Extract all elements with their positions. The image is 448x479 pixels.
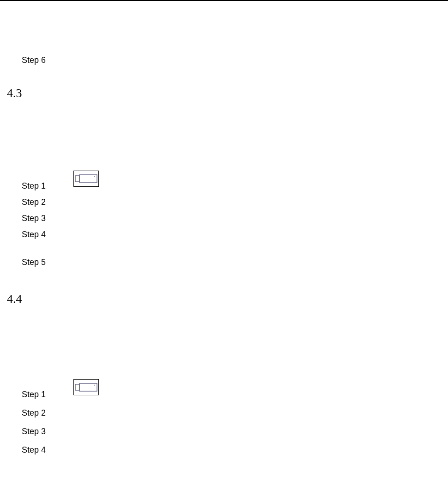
step-label: Step 1 <box>22 181 46 191</box>
step-label: Step 4 <box>22 230 46 240</box>
camera-icon <box>73 379 99 395</box>
step-label: Step 6 <box>22 55 46 65</box>
step-label: Step 3 <box>22 214 46 223</box>
step-label: Step 4 <box>22 445 46 455</box>
svg-rect-3 <box>79 383 97 391</box>
step-label: Step 3 <box>22 427 46 436</box>
step-label: Step 1 <box>22 390 46 399</box>
svg-point-5 <box>94 385 95 386</box>
section-number-4-4: 4.4 <box>7 292 22 306</box>
camera-icon <box>73 171 99 187</box>
section-number-4-3: 4.3 <box>7 86 22 100</box>
document-page: Step 6 4.3 Step 1 Step 2 Step 3 Step 4 S… <box>0 0 448 479</box>
step-label: Step 5 <box>22 258 46 267</box>
step-label: Step 2 <box>22 197 46 207</box>
svg-point-2 <box>94 176 95 177</box>
step-label: Step 2 <box>22 408 46 418</box>
svg-rect-0 <box>79 175 97 183</box>
